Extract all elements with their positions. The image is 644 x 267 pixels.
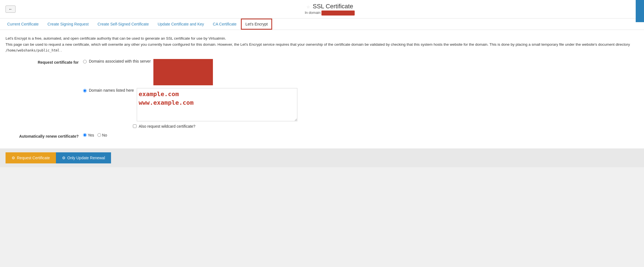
request-cert-control: Domains associated with this server Doma…	[83, 59, 638, 129]
page-title: ☆ SSL Certificate	[21, 3, 638, 10]
renew-yes-option: Yes	[83, 133, 94, 137]
domain-names-option: Domain names listed here example.com www…	[83, 88, 638, 121]
tab-create-self-signed[interactable]: Create Self-Signed Certificate	[93, 19, 153, 30]
wildcard-checkbox[interactable]	[133, 124, 136, 128]
wildcard-row: Also request wildcard certificate?	[133, 124, 638, 129]
tab-current-certificate[interactable]: Current Certificate	[3, 19, 43, 30]
gear-icon-renewal: ⚙	[62, 156, 66, 160]
top-bar: ← ☆ SSL Certificate In domain	[0, 0, 644, 19]
auto-renew-row: Automatically renew certificate? Yes No	[6, 133, 638, 138]
domain-names-label: Domain names listed here	[89, 88, 134, 93]
ssl-certificate-title: SSL Certificate	[313, 3, 353, 10]
renew-no-radio[interactable]	[97, 133, 101, 137]
auto-renew-label: Automatically renew certificate?	[6, 133, 83, 138]
gear-icon-request: ⚙	[12, 156, 15, 160]
redacted-domains-box	[153, 59, 213, 85]
back-button[interactable]: ←	[6, 6, 16, 13]
tab-update-certificate-key[interactable]: Update Certificate and Key	[153, 19, 208, 30]
request-certificate-button[interactable]: ⚙ Request Certificate	[6, 152, 56, 163]
tabs-area: Current Certificate Create Signing Reque…	[0, 19, 644, 30]
wildcard-label: Also request wildcard certificate?	[139, 124, 195, 129]
domain-value-redacted	[321, 11, 355, 16]
domain-line: In domain	[21, 11, 638, 16]
request-certificate-label: Request Certificate	[17, 156, 50, 160]
footer-buttons: ⚙ Request Certificate ⚙ Only Update Rene…	[0, 148, 644, 167]
path-text: /home/webshanks/public_html	[6, 48, 60, 52]
request-cert-row: Request certificate for Domains associat…	[6, 59, 638, 129]
renew-yes-label: Yes	[88, 133, 94, 137]
auto-renew-control: Yes No	[83, 133, 638, 137]
description-text: Let's Encrypt is a free, automated, and …	[6, 35, 638, 53]
renew-no-option: No	[97, 133, 107, 137]
renew-no-label: No	[102, 133, 107, 137]
only-update-renewal-button[interactable]: ⚙ Only Update Renewal	[56, 152, 111, 163]
right-sidebar-bar	[636, 0, 644, 22]
domain-names-textarea[interactable]: example.com www.example.com	[137, 88, 297, 121]
tab-lets-encrypt[interactable]: Let's Encrypt	[241, 19, 272, 30]
content-area: Let's Encrypt is a free, automated, and …	[0, 30, 644, 148]
domain-label: In domain	[305, 11, 321, 15]
domains-associated-radio[interactable]	[83, 60, 87, 63]
description-line2: This page can be used to request a new c…	[6, 42, 638, 53]
description-line1: Let's Encrypt is a free, automated, and …	[6, 35, 638, 42]
only-update-renewal-label: Only Update Renewal	[67, 156, 105, 160]
page-title-area: ☆ SSL Certificate In domain	[21, 3, 638, 16]
tab-create-signing-request[interactable]: Create Signing Request	[43, 19, 93, 30]
tab-ca-certificate[interactable]: CA Certificate	[208, 19, 241, 30]
domains-associated-option: Domains associated with this server	[83, 59, 638, 85]
domains-associated-label: Domains associated with this server	[89, 59, 151, 63]
form-section: Request certificate for Domains associat…	[6, 59, 638, 138]
renew-yes-radio[interactable]	[83, 133, 87, 137]
star-icon: ☆	[306, 5, 310, 9]
domain-names-radio[interactable]	[83, 89, 87, 93]
request-cert-label: Request certificate for	[6, 59, 83, 65]
